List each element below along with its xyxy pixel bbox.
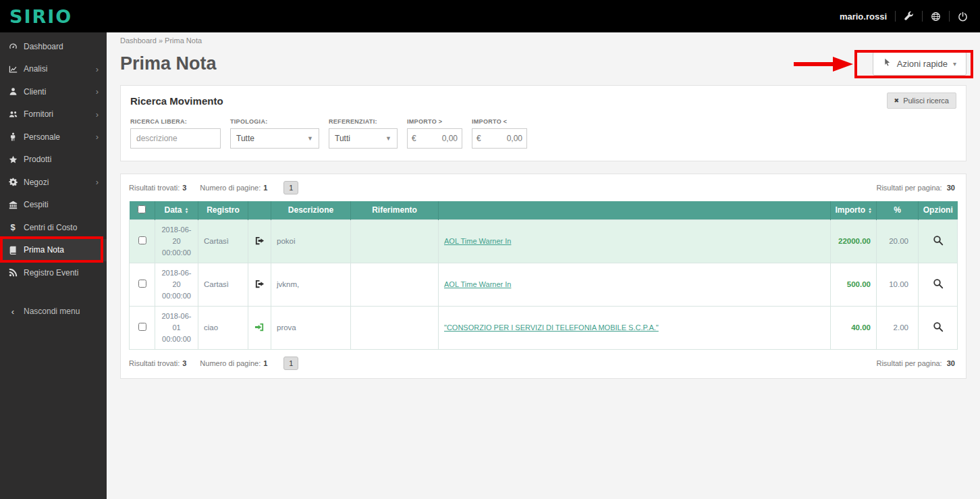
sidebar-item-analisi[interactable]: Analisi › — [0, 58, 107, 81]
sidebar-item-dashboard[interactable]: Dashboard — [0, 35, 107, 58]
breadcrumb: Dashboard » Prima Nota — [107, 32, 980, 46]
sidebar-item-centri-di-costo[interactable]: $ Centri di Costo — [0, 216, 107, 239]
date-cell: 2018-06-20 00:00:00 — [155, 263, 198, 306]
column-header-opzioni: Opzioni — [919, 201, 958, 219]
divider — [895, 11, 896, 22]
row-checkbox[interactable] — [138, 280, 146, 288]
registro-cell: Cartasì — [198, 263, 248, 306]
table-body: 2018-06-20 00:00:00 Cartasì pokoi AOL Ti… — [130, 219, 958, 349]
chevron-down-icon: ▼ — [385, 135, 391, 142]
divider — [949, 11, 950, 22]
sort-icon: ▲▼ — [185, 207, 189, 214]
ricerca-libera-label: RICERCA LIBERA: — [130, 118, 221, 125]
tipologia-value: Tutte — [236, 134, 254, 143]
tipologia-label: TIPOLOGIA: — [230, 118, 319, 125]
pages-label: Numero di pagine: — [200, 359, 261, 367]
column-header-data[interactable]: Data▲▼ — [155, 201, 198, 219]
sidebar-item-prodotti[interactable]: Prodotti — [0, 149, 107, 172]
direction-cell — [248, 306, 271, 349]
column-header-percent[interactable]: % — [877, 201, 919, 219]
referenziati-select[interactable]: Tutti ▼ — [329, 128, 398, 149]
riferimento-cell — [351, 219, 439, 263]
opzioni-cell — [919, 306, 958, 349]
topbar: SIRIO mario.rossi — [0, 0, 980, 32]
bank-icon — [8, 201, 18, 209]
sidebar-item-cespiti[interactable]: Cespiti — [0, 194, 107, 217]
opzioni-cell — [919, 219, 958, 263]
importo-gt-input[interactable] — [420, 134, 462, 143]
hand-pointer-icon — [883, 58, 892, 69]
reference-link[interactable]: AOL Time Warner In — [444, 280, 511, 288]
row-checkbox-cell — [130, 306, 155, 349]
page-button[interactable]: 1 — [283, 357, 298, 370]
sidebar-item-personale[interactable]: Personale › — [0, 126, 107, 149]
power-icon[interactable] — [958, 11, 968, 22]
date-cell: 2018-06-01 00:00:00 — [155, 306, 198, 349]
sidebar-item-clienti[interactable]: Clienti › — [0, 80, 107, 103]
sidebar-item-prima-nota[interactable]: Prima Nota — [0, 239, 107, 262]
book-icon — [8, 246, 18, 255]
per-page-label: Risultati per pagina: — [876, 359, 942, 367]
reference-link[interactable]: AOL Time Warner In — [444, 237, 511, 245]
importo-gt-group: € — [407, 128, 462, 149]
chevron-right-icon: › — [96, 109, 99, 120]
column-header-registro[interactable]: Registro — [198, 201, 248, 219]
column-header-riferimento[interactable]: Riferimento — [351, 201, 439, 219]
importo-lt-input[interactable] — [485, 134, 526, 143]
sidebar-item-registro-eventi[interactable]: Registro Eventi — [0, 261, 107, 284]
direction-cell — [248, 219, 271, 263]
search-icon[interactable] — [933, 321, 944, 332]
table-row: 2018-06-20 00:00:00 Cartasì pokoi AOL Ti… — [130, 219, 958, 263]
search-icon[interactable] — [933, 278, 944, 289]
breadcrumb-root[interactable]: Dashboard — [120, 36, 157, 45]
tipologia-select[interactable]: Tutte ▼ — [230, 128, 319, 149]
percent-cell: 10.00 — [877, 263, 919, 306]
breadcrumb-separator: » — [159, 36, 163, 45]
divider — [922, 11, 923, 22]
table-row: 2018-06-20 00:00:00 Cartasì jvknm, AOL T… — [130, 263, 958, 306]
currency-symbol: € — [472, 134, 485, 143]
search-input[interactable] — [130, 128, 221, 149]
close-icon: ✖ — [894, 97, 900, 104]
column-header-descrizione[interactable]: Descrizione — [271, 201, 351, 219]
main-content: Dashboard » Prima Nota Prima Nota Azioni… — [107, 32, 980, 499]
row-checkbox-cell — [130, 263, 155, 306]
sort-icon: ▲▼ — [868, 207, 872, 214]
reference-cell: AOL Time Warner In — [439, 219, 831, 263]
gear-icon — [8, 178, 18, 186]
descrizione-cell: prova — [271, 306, 351, 349]
currency-symbol: € — [408, 134, 420, 143]
row-checkbox-cell — [130, 219, 155, 263]
pages-value: 1 — [263, 359, 267, 367]
found-value: 3 — [182, 359, 186, 367]
clear-search-button[interactable]: ✖ Pulisci ricerca — [887, 93, 956, 109]
search-form: RICERCA LIBERA: TIPOLOGIA: Tutte ▼ REFER… — [121, 113, 966, 161]
search-icon[interactable] — [933, 235, 944, 246]
reference-link[interactable]: "CONSORZIO PER I SERVIZI DI TELEFONIA MO… — [444, 323, 659, 332]
sidebar-item-fornitori[interactable]: Fornitori › — [0, 103, 107, 126]
wrench-icon[interactable] — [904, 11, 914, 22]
results-summary-top: Risultati trovati: 3 Numero di pagine: 1… — [129, 181, 958, 194]
username[interactable]: mario.rossi — [840, 11, 887, 22]
results-summary-bottom: Risultati trovati: 3 Numero di pagine: 1… — [129, 357, 958, 370]
search-panel-header: Ricerca Movimento ✖ Pulisci ricerca — [121, 86, 966, 113]
page-button[interactable]: 1 — [283, 181, 298, 194]
select-all-checkbox[interactable] — [138, 205, 146, 213]
column-header-importo[interactable]: Importo▲▼ — [831, 201, 877, 219]
registro-cell: Cartasì — [198, 219, 248, 263]
sign-in-icon — [254, 322, 265, 332]
page-title: Prima Nota — [120, 53, 217, 74]
descrizione-cell: jvknm, — [271, 263, 351, 306]
sidebar-item-negozi[interactable]: Negozi › — [0, 171, 107, 194]
row-checkbox[interactable] — [138, 323, 146, 331]
user-icon — [8, 87, 18, 96]
sign-out-icon — [254, 236, 265, 246]
collapse-menu-button[interactable]: ‹ Nascondi menu — [0, 300, 107, 323]
row-checkbox[interactable] — [138, 236, 146, 244]
referenziati-label: REFERENZIATI: — [329, 118, 398, 125]
clear-search-label: Pulisci ricerca — [903, 97, 949, 105]
quick-actions-button[interactable]: Azioni rapide ▾ — [873, 51, 967, 76]
field-tipologia: TIPOLOGIA: Tutte ▼ — [230, 118, 319, 149]
chevron-left-icon: ‹ — [8, 307, 18, 317]
globe-icon[interactable] — [931, 11, 941, 22]
